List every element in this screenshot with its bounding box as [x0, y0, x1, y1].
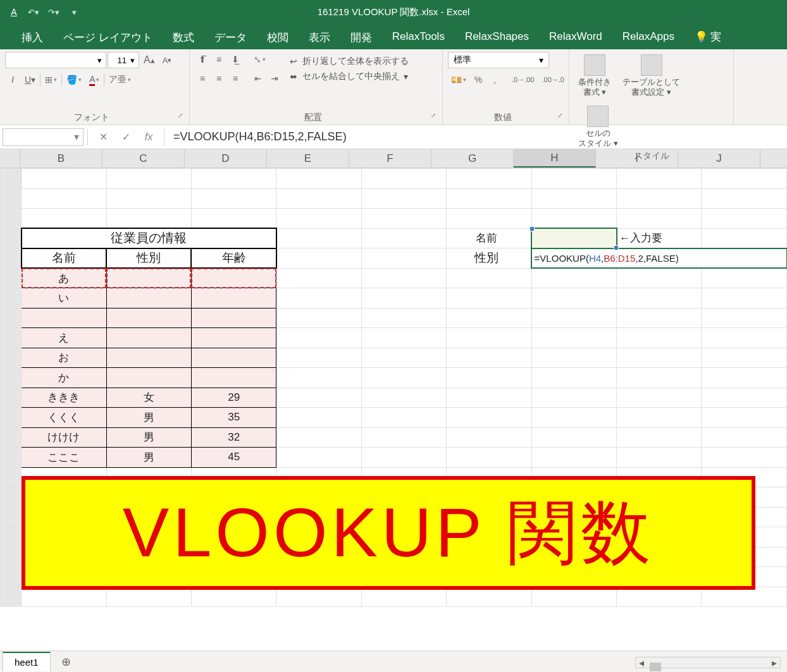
fill-color-button[interactable]: 🪣 — [63, 72, 85, 87]
ribbon: ▾ 11▾ A▴ A▾ I U ▾ ⊞ 🪣 A ア亜 フォント⤢ — [0, 49, 787, 125]
increase-decimal-icon[interactable]: .0→.00 — [509, 72, 537, 87]
tab-formulas[interactable]: 数式 — [163, 24, 204, 49]
cell-styles-button[interactable]: セルの スタイル ▾ — [574, 103, 622, 150]
font-name-box[interactable]: ▾ — [5, 52, 106, 68]
sheet-tab-bar: heet1 ⊕ ⋮ ◂ ▸ — [0, 651, 787, 672]
align-top-icon[interactable]: ⬆̅ — [195, 52, 210, 67]
group-font: ▾ 11▾ A▴ A▾ I U ▾ ⊞ 🪣 A ア亜 フォント⤢ — [0, 49, 190, 125]
table-row — [22, 308, 106, 328]
tab-relaxshapes[interactable]: RelaxShapes — [455, 24, 539, 49]
redo-button[interactable]: ↷▾ — [46, 4, 62, 20]
horizontal-scrollbar[interactable]: ◂ ▸ — [635, 657, 781, 668]
lookup-hint: ←入力要 — [617, 228, 702, 248]
lookup-name-label: 名前 — [447, 228, 531, 248]
font-size-box[interactable]: 11▾ — [108, 52, 139, 68]
col-header-d[interactable]: D — [185, 149, 267, 168]
phonetic-button[interactable]: ア亜 — [106, 72, 134, 87]
comma-format-icon[interactable]: , — [487, 72, 502, 87]
lookup-name-input[interactable] — [531, 228, 616, 248]
add-sheet-button[interactable]: ⊕ — [57, 652, 76, 671]
italic-button[interactable]: I — [5, 72, 20, 87]
ribbon-tabs: 挿入 ページ レイアウト 数式 データ 校閲 表示 開発 RelaxTools … — [0, 24, 787, 49]
group-number-label: 数値 — [448, 112, 557, 123]
title-bar: A ↶▾ ↷▾ ▾ 161219 VLOOKUP 関数.xlsx - Excel — [0, 0, 787, 24]
window-title: 161219 VLOOKUP 関数.xlsx - Excel — [82, 6, 705, 18]
formula-input[interactable]: =VLOOKUP(H4,B6:D15,2,FALSE) — [168, 130, 787, 144]
scroll-right-icon[interactable]: ▸ — [769, 657, 780, 669]
scroll-left-icon[interactable]: ◂ — [636, 657, 647, 669]
tab-relaxtools[interactable]: RelaxTools — [382, 24, 455, 49]
col-gender: 性別 — [106, 248, 191, 269]
decrease-decimal-icon[interactable]: .00→.0 — [538, 72, 567, 87]
col-header-e[interactable]: E — [267, 149, 349, 168]
wrap-text-button[interactable]: ↩ 折り返して全体を表示する — [290, 56, 409, 67]
col-header-f[interactable]: F — [349, 149, 431, 168]
table-row: え — [22, 328, 106, 348]
col-header-g[interactable]: G — [431, 149, 514, 168]
increase-indent-icon[interactable]: ⇥ — [267, 71, 282, 86]
group-align-label: 配置 — [195, 112, 431, 123]
tab-insert[interactable]: 挿入 — [11, 24, 53, 49]
col-header-b[interactable]: B — [20, 149, 102, 168]
scroll-thumb[interactable] — [650, 663, 661, 671]
align-middle-icon[interactable]: ≡ — [211, 52, 226, 67]
name-box[interactable]: ▾ — [3, 128, 84, 146]
accounting-format-icon[interactable]: 💴 — [448, 72, 469, 87]
col-header-i[interactable]: I — [596, 149, 678, 168]
col-header-j[interactable]: J — [678, 149, 760, 168]
merge-center-button[interactable]: ⬌ セルを結合して中央揃え ▾ — [290, 71, 409, 82]
align-left-icon[interactable]: ≡ — [195, 71, 210, 86]
table-row: あ — [22, 268, 106, 288]
table-row: お — [22, 348, 106, 368]
number-format-dropdown[interactable]: 標準▾ — [448, 52, 549, 68]
tab-page-layout[interactable]: ページ レイアウト — [53, 24, 163, 49]
format-as-table-button[interactable]: テーブルとして 書式設定 ▾ — [619, 52, 684, 99]
spreadsheet-grid[interactable]: 従業員の情報 名前 ←入力要 名前 性別 年齢 性別 =VLOOKUP(H4,B… — [0, 168, 787, 649]
cancel-formula-button[interactable]: ✕ — [92, 128, 115, 147]
percent-format-icon[interactable]: % — [471, 72, 486, 87]
table-row: ききき — [22, 388, 106, 408]
column-headers: B C D E F G H I J — [0, 149, 787, 168]
cell-styles-icon — [587, 106, 609, 127]
tab-relaxword[interactable]: RelaxWord — [539, 24, 612, 49]
file-area[interactable]: A — [6, 4, 22, 20]
decrease-indent-icon[interactable]: ⇤ — [251, 71, 266, 86]
align-launcher-icon[interactable]: ⤢ — [431, 112, 437, 123]
orientation-icon[interactable]: ⤡ — [251, 52, 269, 67]
decrease-font-icon[interactable]: A▾ — [159, 52, 175, 68]
tell-me[interactable]: 💡実 — [685, 24, 731, 49]
align-center-icon[interactable]: ≡ — [211, 71, 226, 86]
undo-button[interactable]: ↶▾ — [25, 4, 42, 20]
align-bottom-icon[interactable]: ⬇̲ — [228, 52, 243, 67]
conditional-formatting-button[interactable]: 条件付き 書式 ▾ — [574, 52, 615, 99]
number-launcher-icon[interactable]: ⤢ — [557, 112, 564, 123]
table-row: こここ — [22, 448, 106, 468]
group-font-label: フォント — [5, 112, 178, 123]
quick-access-toolbar: A ↶▾ ↷▾ ▾ — [6, 4, 82, 20]
font-color-button[interactable]: A — [86, 72, 102, 87]
align-right-icon[interactable]: ≡ — [228, 71, 243, 86]
lookup-gender-formula[interactable]: =VLOOKUP(H4,B6:D15,2,FALSE) — [531, 248, 786, 269]
select-all-corner[interactable] — [0, 149, 20, 168]
tab-data[interactable]: データ — [204, 24, 257, 49]
tab-developer[interactable]: 開発 — [340, 24, 382, 49]
fx-button[interactable]: fx — [137, 128, 160, 147]
underline-button[interactable]: U ▾ — [22, 72, 39, 87]
font-launcher-icon[interactable]: ⤢ — [178, 112, 184, 123]
increase-font-icon[interactable]: A▴ — [140, 52, 158, 68]
group-number: 標準▾ 💴 % , .0→.00 .00→.0 数値⤢ — [443, 49, 569, 125]
qat-customize[interactable]: ▾ — [66, 4, 82, 20]
group-alignment: ⬆̅ ≡ ⬇̲ ⤡ ≡ ≡ ≡ ⇤ ⇥ ↩ 折り返して全体を表示する ⬌ セルを… — [190, 49, 443, 125]
sheet-tab-1[interactable]: heet1 — [3, 652, 51, 671]
tab-relaxapps[interactable]: RelaxApps — [612, 24, 685, 49]
col-header-h[interactable]: H — [514, 149, 596, 168]
lightbulb-icon: 💡 — [695, 30, 708, 44]
tab-review[interactable]: 校閲 — [257, 24, 299, 49]
table-row: い — [22, 288, 106, 309]
tab-view[interactable]: 表示 — [299, 24, 340, 49]
borders-button[interactable]: ⊞ — [42, 72, 60, 87]
banner-text: VLOOKUP 関数 — [123, 486, 654, 580]
enter-formula-button[interactable]: ✓ — [115, 128, 137, 147]
col-header-c[interactable]: C — [102, 149, 185, 168]
group-styles: 条件付き 書式 ▾ テーブルとして 書式設定 ▾ セルの スタイル ▾ スタイル — [569, 49, 734, 125]
